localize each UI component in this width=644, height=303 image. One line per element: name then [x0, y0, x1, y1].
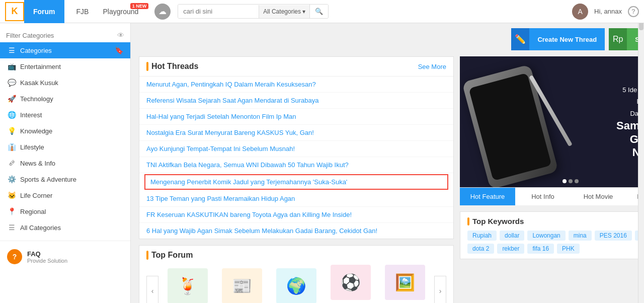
sidebar-item-lifestyle[interactable]: 👔 Lifestyle — [0, 139, 130, 155]
thread-item-highlighted[interactable]: Mengenang Penerbit Komik Jadul yang Terj… — [144, 174, 448, 190]
scrollbar-track[interactable] — [638, 0, 644, 303]
right-column: 5 Ide ini Hanya Bisa Agan Dapatkan Di Sa… — [460, 56, 644, 303]
sidebar-item-technology[interactable]: 🚀 Technology — [0, 91, 130, 107]
hot-threads-header: Hot Threads See More — [139, 57, 453, 77]
banner: 5 Ide ini Hanya Bisa Agan Dapatkan Di Sa… — [460, 56, 644, 187]
search-bar: All Categories ▾ 🔍 — [178, 4, 329, 19]
top-keywords-box: Top Keywords RupiahdollarLowonganminaPES… — [460, 211, 644, 259]
sidebar-item-entertainment[interactable]: 📺 Entertainment — [0, 58, 130, 74]
pin-icon: 📍 — [7, 207, 16, 215]
logo[interactable]: K — [5, 2, 24, 21]
search-category-dropdown[interactable]: All Categories ▾ — [259, 5, 309, 18]
pictures-image: 🖼️ — [385, 265, 425, 300]
avatar[interactable]: A — [572, 4, 588, 20]
dot-1 — [562, 179, 567, 183]
sidebar-item-label: Lifestyle — [20, 143, 44, 151]
user-greeting: Hi, annax — [594, 8, 622, 15]
sidebar: 👁 ☰ Categories 🔖 📺 Entertainment 💬 Kasak… — [0, 23, 131, 303]
keyword-tag[interactable]: rekber — [497, 244, 524, 254]
forum-prev-button[interactable]: ‹ — [146, 276, 158, 303]
sidebar-item-label: News & Info — [20, 160, 55, 167]
forum-next-button[interactable]: › — [434, 276, 446, 303]
sports-icon: ⚙️ — [7, 175, 16, 183]
thread-item[interactable]: Referensi Wisata Sejarah Saat Agan Menda… — [139, 93, 453, 109]
forum-nav-button[interactable]: Forum — [24, 0, 64, 23]
thread-item[interactable]: FR Keseruan KASKUTIKAN bareng Toyota Agy… — [139, 207, 453, 223]
create-thread-button[interactable]: Create New Thread — [529, 28, 605, 50]
tab-hot-info[interactable]: Hot Info — [515, 188, 571, 205]
sidebar-item-kasak-kusuk[interactable]: 💬 Kasak Kusuk — [0, 74, 130, 91]
rocket-icon: 🚀 — [7, 95, 16, 103]
create-thread-group[interactable]: ✏️ Create New Thread — [511, 28, 605, 50]
search-button[interactable]: 🔍 — [309, 5, 328, 18]
sidebar-bottom: ? FAQ Provide Solution — [0, 241, 130, 268]
thread-list: Menurut Agan, Pentingkah IQ Dalam Meraih… — [139, 77, 453, 239]
tab-hot-movie[interactable]: Hot Movie — [571, 188, 626, 205]
forum-card-lounge[interactable]: 🍹 The Lounge — [163, 268, 213, 303]
sidebar-item-interest[interactable]: 🌐 Interest — [0, 107, 130, 123]
keyword-tag[interactable]: PES 2016 — [595, 231, 632, 241]
sidebar-item-all-categories[interactable]: ☰ All Categories — [0, 219, 130, 236]
forum-label: Forum — [33, 8, 55, 16]
thread-item[interactable]: 13 Tipe Teman yang Pasti Meramaikan Hidu… — [139, 191, 453, 207]
keyword-tag[interactable]: PHK — [557, 244, 580, 254]
search-input[interactable] — [178, 5, 259, 18]
forum-card-latihan[interactable]: ⚽ Buat Latihan Posting — [326, 265, 376, 303]
sidebar-item-categories[interactable]: ☰ Categories 🔖 — [0, 42, 130, 58]
sidebar-item-regional[interactable]: 📍 Regional — [0, 203, 130, 219]
playground-nav-link[interactable]: Playground 1 NEW — [96, 0, 150, 23]
keyword-tag[interactable]: Lowongan — [527, 231, 565, 241]
keyword-tag[interactable]: mina — [569, 231, 592, 241]
forum-card-berita[interactable]: 📰 Berita Dan Politik — [217, 268, 267, 303]
eye-icon[interactable]: 👁 — [117, 31, 124, 39]
two-column-layout: Hot Threads See More Menurut Agan, Penti… — [139, 56, 644, 303]
tab-hot-feature[interactable]: Hot Feature — [460, 188, 515, 205]
forum-card-madura[interactable]: 🌍 Madura — [271, 268, 321, 303]
categories-icon: ☰ — [7, 46, 16, 54]
cat-icon: 🐱 — [7, 191, 16, 199]
sidebar-item-news-info[interactable]: 🗞 News & Info — [0, 155, 130, 171]
keyword-tag[interactable]: dota 2 — [467, 244, 494, 254]
see-more-link[interactable]: See More — [418, 63, 446, 70]
chevron-down-icon: ▾ — [302, 8, 305, 15]
nav-right: A Hi, annax ? — [572, 4, 639, 20]
sidebar-item-label: Regional — [20, 208, 46, 215]
fjb-nav-link[interactable]: FJB — [69, 0, 96, 23]
top-forum-title: Top Forum — [146, 251, 193, 260]
keyword-tag[interactable]: dollar — [500, 231, 524, 241]
faq-circle-icon: ? — [7, 249, 22, 264]
sidebar-item-label: Life Corner — [20, 192, 52, 199]
sell-icon: Rp — [609, 28, 627, 50]
top-keywords-title: Top Keywords — [467, 217, 644, 225]
bookmark-icon[interactable]: 🔖 — [115, 46, 123, 54]
thread-item[interactable]: Hal-Hal yang Terjadi Setelah Menonton Fi… — [139, 109, 453, 125]
berita-image: 📰 — [222, 268, 262, 303]
bulb-icon: 💡 — [7, 127, 16, 135]
faq-item[interactable]: ? FAQ Provide Solution — [0, 245, 130, 268]
sidebar-item-life-corner[interactable]: 🐱 Life Corner — [0, 187, 130, 203]
thread-item[interactable]: 6 Hal yang Wajib Agan Simak Sebelum Mela… — [139, 223, 453, 239]
thread-item[interactable]: Nostalgia Era Surat Menyurat Bareng KASK… — [139, 125, 453, 141]
filter-categories-input[interactable] — [6, 32, 117, 39]
thread-item[interactable]: Ayo Kunjungi Tempat-Tempat Ini Sebelum M… — [139, 141, 453, 157]
keyword-tag[interactable]: fifa 16 — [527, 244, 554, 254]
thread-item[interactable]: Menurut Agan, Pentingkah IQ Dalam Meraih… — [139, 77, 453, 93]
sidebar-item-sports-adventure[interactable]: ⚙️ Sports & Adventure — [0, 171, 130, 187]
keyword-tag[interactable]: Rupiah — [467, 231, 497, 241]
fjb-label: FJB — [76, 8, 89, 16]
grid-icon: ☰ — [7, 223, 16, 232]
dot-2 — [569, 179, 573, 183]
main-wrapper: 👁 ☰ Categories 🔖 📺 Entertainment 💬 Kasak… — [0, 23, 644, 303]
top-navigation: K Forum FJB Playground 1 NEW ☁ All Categ… — [0, 0, 644, 23]
tabs-bar: Hot Feature Hot Info Hot Movie Hot Games — [460, 187, 644, 205]
thread-item[interactable]: TNI Aktifkan Bela Negara, Semua WNI Diba… — [139, 157, 453, 173]
tv-icon: 📺 — [7, 62, 16, 70]
dot-3 — [575, 179, 579, 183]
banner-dots — [562, 179, 579, 183]
sidebar-item-knowledge[interactable]: 💡 Knowledge — [0, 123, 130, 139]
faq-label: FAQ — [27, 250, 67, 258]
help-icon[interactable]: ? — [628, 6, 639, 17]
cloud-icon[interactable]: ☁ — [154, 4, 171, 20]
forum-card-pictures[interactable]: 🖼️ Lounge Pictures & Video — [380, 265, 430, 303]
left-column: Hot Threads See More Menurut Agan, Penti… — [139, 56, 454, 303]
